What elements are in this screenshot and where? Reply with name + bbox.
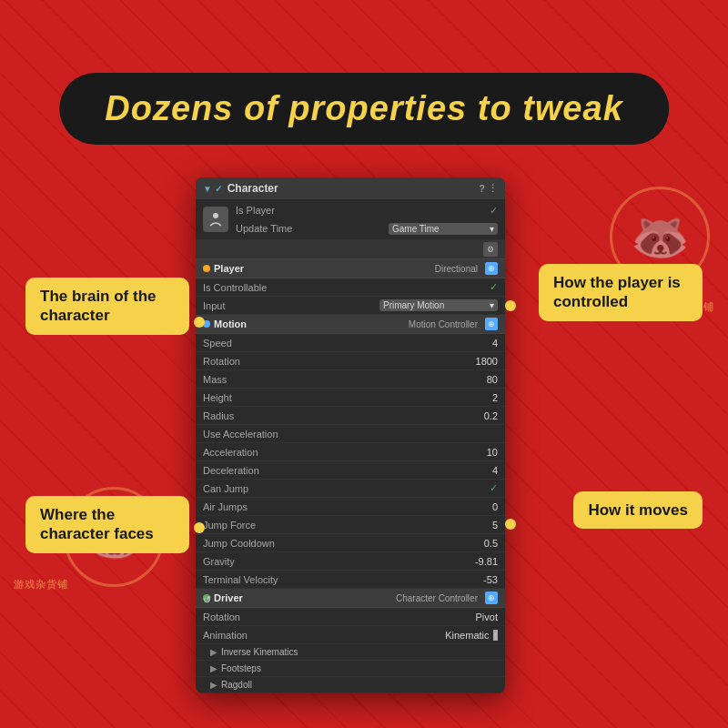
height-value: 2 bbox=[492, 392, 498, 403]
callout-moves: How it moves bbox=[573, 491, 703, 529]
rotation-label: Rotation bbox=[203, 356, 476, 367]
is-player-fields: Is Player ✓ Update Time Game Time ▾ bbox=[236, 201, 498, 238]
deceleration-label: Deceleration bbox=[203, 465, 492, 476]
speed-row: Speed 4 bbox=[196, 334, 505, 352]
can-jump-row: Can Jump ✓ bbox=[196, 480, 505, 498]
air-jumps-label: Air Jumps bbox=[203, 501, 492, 512]
speed-value: 4 bbox=[492, 338, 498, 349]
rotation-row: Rotation 1800 bbox=[196, 352, 505, 370]
animation-label: Animation bbox=[203, 630, 445, 641]
callout-player-text: How the player is controlled bbox=[553, 274, 681, 310]
ik-arrow-icon: ▶ bbox=[210, 647, 217, 657]
update-time-value: Game Time bbox=[392, 224, 440, 234]
use-acceleration-label: Use Acceleration bbox=[203, 429, 498, 440]
callout-moves-text: How it moves bbox=[588, 501, 688, 519]
driver-rotation-row: Rotation Pivot bbox=[196, 608, 505, 626]
input-label: Input bbox=[203, 300, 379, 311]
footsteps-label: Footsteps bbox=[221, 663, 261, 673]
mass-value: 80 bbox=[487, 374, 498, 385]
is-controllable-row: Is Controllable ✓ bbox=[196, 278, 505, 297]
driver-section-label: Driver bbox=[214, 592, 243, 603]
deceleration-row: Deceleration 4 bbox=[196, 461, 505, 480]
jump-cooldown-row: Jump Cooldown 0.5 bbox=[196, 534, 505, 552]
input-value: Primary Motion bbox=[383, 300, 444, 310]
motion-section-header: Motion Motion Controller ⊕ bbox=[196, 315, 505, 334]
footsteps-row[interactable]: ▶ Footsteps bbox=[196, 661, 505, 677]
air-jumps-row: Air Jumps 0 bbox=[196, 498, 505, 516]
ragdoll-row[interactable]: ▶ Ragdoll bbox=[196, 677, 505, 693]
inverse-kinematics-row[interactable]: ▶ Inverse Kinematics bbox=[196, 644, 505, 661]
can-jump-value: ✓ bbox=[490, 482, 498, 494]
driver-dot-icon: ↺ bbox=[203, 594, 210, 602]
use-acceleration-row: Use Acceleration bbox=[196, 425, 505, 443]
callout-brain-text: The brain of the character bbox=[40, 288, 157, 324]
terminal-velocity-row: Terminal Velocity -53 bbox=[196, 571, 505, 589]
callout-brain: The brain of the character bbox=[25, 278, 189, 335]
can-jump-label: Can Jump bbox=[203, 483, 490, 494]
radius-value: 0.2 bbox=[484, 410, 498, 421]
jump-force-value: 5 bbox=[492, 520, 498, 531]
jump-cooldown-value: 0.5 bbox=[484, 538, 498, 549]
callout-player: How the player is controlled bbox=[539, 264, 703, 321]
watermark-bottom-left: 游戏杂货铺 bbox=[14, 578, 68, 592]
dot-moves bbox=[505, 519, 516, 530]
callout-face-text: Where the character faces bbox=[40, 506, 154, 542]
filter-icon[interactable]: ⚙ bbox=[483, 242, 498, 257]
motion-section-right: Motion Controller bbox=[409, 319, 478, 329]
driver-section-icon[interactable]: ⊕ bbox=[485, 592, 498, 604]
is-controllable-value: ✓ bbox=[490, 281, 498, 293]
input-chevron-icon: ▾ bbox=[490, 300, 494, 310]
player-section-icon[interactable]: ⊕ bbox=[485, 262, 498, 275]
mass-row: Mass 80 bbox=[196, 370, 505, 389]
rotation-value: 1800 bbox=[476, 356, 498, 367]
ik-label: Inverse Kinematics bbox=[221, 647, 298, 657]
input-select[interactable]: Primary Motion ▾ bbox=[379, 299, 498, 311]
header-pill: Dozens of properties to tweak bbox=[59, 73, 669, 145]
char-icon bbox=[203, 207, 228, 232]
input-row: Input Primary Motion ▾ bbox=[196, 297, 505, 315]
terminal-velocity-label: Terminal Velocity bbox=[203, 574, 483, 585]
driver-section-header: ↺ Driver Character Controller ⊕ bbox=[196, 589, 505, 608]
acceleration-value: 10 bbox=[487, 447, 498, 458]
update-time-field: Update Time Game Time ▾ bbox=[236, 219, 498, 238]
height-row: Height 2 bbox=[196, 389, 505, 407]
is-controllable-label: Is Controllable bbox=[203, 282, 490, 293]
is-player-row: Is Player ✓ Update Time Game Time ▾ bbox=[196, 199, 505, 240]
air-jumps-value: 0 bbox=[492, 501, 498, 512]
ragdoll-label: Ragdoll bbox=[221, 680, 252, 690]
dot-brain bbox=[194, 317, 205, 328]
speed-label: Speed bbox=[203, 338, 492, 349]
update-time-label: Update Time bbox=[236, 223, 389, 234]
check-icon: ▼ ✓ bbox=[203, 184, 222, 194]
animation-value: Kinematic bbox=[445, 630, 489, 641]
jump-force-row: Jump Force 5 bbox=[196, 516, 505, 534]
gravity-value: -9.81 bbox=[475, 556, 498, 567]
callout-face: Where the character faces bbox=[25, 496, 189, 553]
animation-icon[interactable]: ↑ bbox=[493, 630, 499, 641]
dot-player bbox=[505, 300, 516, 311]
player-section-right: Directional bbox=[435, 264, 478, 274]
svg-point-0 bbox=[213, 213, 218, 218]
panel-title: Character bbox=[228, 182, 278, 195]
motion-section-label: Motion bbox=[214, 318, 247, 329]
jump-force-label: Jump Force bbox=[203, 520, 492, 531]
deceleration-value: 4 bbox=[492, 465, 498, 476]
radius-label: Radius bbox=[203, 410, 484, 421]
gravity-label: Gravity bbox=[203, 556, 475, 567]
gravity-row: Gravity -9.81 bbox=[196, 552, 505, 571]
player-section-label: Player bbox=[214, 263, 244, 274]
header-title: Dozens of properties to tweak bbox=[105, 89, 623, 128]
is-player-label: Is Player bbox=[236, 205, 490, 216]
mass-label: Mass bbox=[203, 374, 487, 385]
dot-face bbox=[194, 522, 205, 533]
player-section-header: Player Directional ⊕ bbox=[196, 259, 505, 278]
acceleration-row: Acceleration 10 bbox=[196, 443, 505, 461]
is-player-value: ✓ bbox=[490, 205, 498, 217]
driver-rotation-label: Rotation bbox=[203, 612, 476, 622]
motion-section-icon[interactable]: ⊕ bbox=[485, 318, 498, 330]
ragdoll-arrow-icon: ▶ bbox=[210, 680, 217, 690]
is-player-field: Is Player ✓ bbox=[236, 201, 498, 219]
update-time-select[interactable]: Game Time ▾ bbox=[389, 223, 498, 235]
terminal-velocity-value: -53 bbox=[483, 574, 498, 585]
raccoon-icon-tr: 🦝 bbox=[631, 209, 690, 265]
